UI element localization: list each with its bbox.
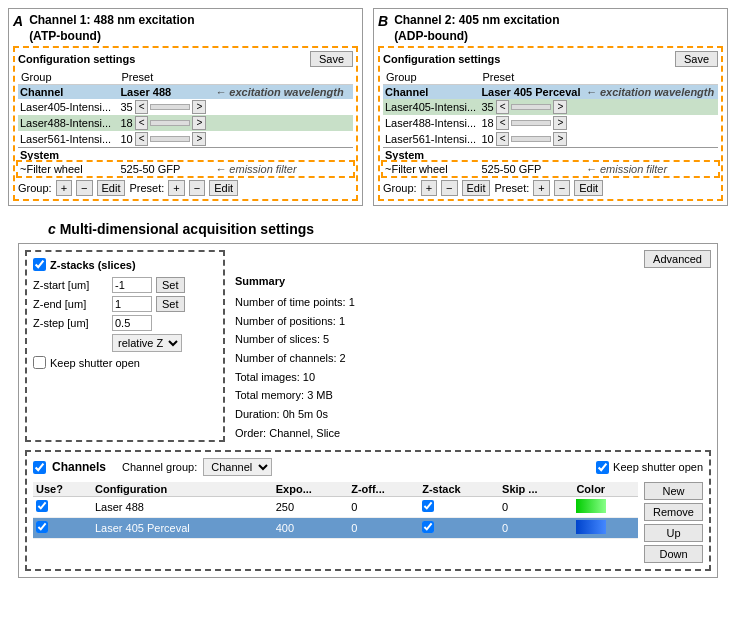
panel-b-slider2-right[interactable]: > (553, 116, 567, 130)
panel-a-save-button[interactable]: Save (310, 51, 353, 67)
panel-a-slider3-right[interactable]: > (192, 132, 206, 146)
panel-b-slider3-right[interactable]: > (553, 132, 567, 146)
panel-b-track3 (511, 136, 551, 142)
panel-b-row2-group: Laser488-Intensi... (383, 115, 479, 131)
panel-b-filter-wheel-value: 525-50 GFP (479, 162, 583, 176)
remove-channel-button[interactable]: Remove (644, 503, 703, 521)
panel-a-slider1-right[interactable]: > (192, 100, 206, 114)
panel-b: B Channel 2: 405 nm excitation (ADP-boun… (373, 8, 728, 206)
ch-col-expo: Expo... (273, 482, 348, 497)
panel-a-slider3-left[interactable]: < (135, 132, 149, 146)
zend-input[interactable] (112, 296, 152, 312)
panel-a-group-plus[interactable]: + (56, 180, 72, 196)
panel-a-row1-preset: 35 < > (118, 99, 213, 115)
channels-checkbox[interactable] (33, 461, 46, 474)
panel-a-title: Channel 1: 488 nm excitation (29, 13, 194, 29)
zstep-input[interactable] (112, 315, 152, 331)
zstacks-title-text: Z-stacks (slices) (50, 259, 136, 271)
zstart-input[interactable] (112, 277, 152, 293)
panel-b-group-minus[interactable]: − (441, 180, 457, 196)
panel-b-save-button[interactable]: Save (675, 51, 718, 67)
panel-a-preset-col: Preset (118, 70, 213, 85)
summary-box: Summary Number of time points: 1 Number … (235, 272, 711, 442)
table-row: Laser488-Intensi... 18 < > (383, 115, 718, 131)
panel-a-group-edit[interactable]: Edit (97, 180, 126, 196)
channels-content-row: Use? Configuration Expo... Z-off... Z-st… (33, 482, 703, 563)
panel-b-title: Channel 2: 405 nm excitation (394, 13, 559, 29)
panel-b-group-edit[interactable]: Edit (462, 180, 491, 196)
panel-b-letter: B (378, 13, 388, 29)
zend-set-button[interactable]: Set (156, 296, 185, 312)
panel-b-slider1-right[interactable]: > (553, 100, 567, 114)
up-channel-button[interactable]: Up (644, 524, 703, 542)
table-row: Laser561-Intensi... 10 < > (383, 131, 718, 148)
panel-a-slider1: 35 < > (120, 100, 211, 114)
panel-b-preset-minus[interactable]: − (554, 180, 570, 196)
panel-b-slider3-left[interactable]: < (496, 132, 510, 146)
panel-a-subtitle: (ATP-bound) (29, 29, 194, 45)
summary-line-2: Number of positions: 1 (235, 312, 711, 331)
relative-z-select[interactable]: relative Z (112, 334, 182, 352)
panel-b-preset-col: Preset (479, 70, 583, 85)
channel-side-buttons: New Remove Up Down (644, 482, 703, 563)
table-row: Laser561-Intensi... 10 < > (18, 131, 353, 148)
panel-a-preset-plus[interactable]: + (168, 180, 184, 196)
channels-table: Use? Configuration Expo... Z-off... Z-st… (33, 482, 638, 539)
panel-b-slider2: 18 < > (481, 116, 581, 130)
panel-a-group-minus[interactable]: − (76, 180, 92, 196)
advanced-button[interactable]: Advanced (644, 250, 711, 268)
panel-b-preset-edit[interactable]: Edit (574, 180, 603, 196)
new-channel-button[interactable]: New (644, 482, 703, 500)
zend-label: Z-end [um] (33, 298, 108, 310)
zstacks-box: Z-stacks (slices) Z-start [um] Set Z-end… (25, 250, 225, 442)
channels-box: Channels Channel group: Channel Keep shu… (25, 450, 711, 571)
panel-a-filter-wheel-value: 525-50 GFP (118, 162, 213, 176)
panel-b-slider2-left[interactable]: < (496, 116, 510, 130)
summary-line-7: Duration: 0h 5m 0s (235, 405, 711, 424)
panel-a-slider3: 10 < > (120, 132, 211, 146)
panel-b-slider1-left[interactable]: < (496, 100, 510, 114)
panel-a-preset-label: Preset: (129, 182, 164, 194)
panel-a-slider1-left[interactable]: < (135, 100, 149, 114)
channel-group-select[interactable]: Channel (203, 458, 272, 476)
ch2-zoff: 0 (348, 518, 419, 539)
zstacks-checkbox[interactable] (33, 258, 46, 271)
zstacks-title: Z-stacks (slices) (33, 258, 217, 271)
panel-b-preset-plus[interactable]: + (533, 180, 549, 196)
summary-line-1: Number of time points: 1 (235, 293, 711, 312)
main-container: A Channel 1: 488 nm excitation (ATP-boun… (8, 8, 728, 578)
section-c-header: c Multi-dimensional acquisition settings (8, 221, 728, 237)
channels-title-row: Channels Channel group: Channel Keep shu… (33, 458, 703, 476)
panel-b-row3-group: Laser561-Intensi... (383, 131, 479, 148)
summary-title: Summary (235, 272, 711, 291)
table-row: Laser488-Intensi... 18 < > (18, 115, 353, 131)
panel-b-track1 (511, 104, 551, 110)
zstart-row: Z-start [um] Set (33, 277, 217, 293)
zstart-set-button[interactable]: Set (156, 277, 185, 293)
down-channel-button[interactable]: Down (644, 545, 703, 563)
panel-b-row1-group: Laser405-Intensi... (383, 99, 479, 115)
panel-b-config-title: Configuration settings (383, 53, 500, 65)
ch2-zstack-checkbox[interactable] (422, 521, 434, 533)
panel-b-group-plus[interactable]: + (421, 180, 437, 196)
zstacks-keep-shutter-checkbox[interactable] (33, 356, 46, 369)
panel-a-preset-edit[interactable]: Edit (209, 180, 238, 196)
panel-a-slider2-right[interactable]: > (192, 116, 206, 130)
panel-a-preset-minus[interactable]: − (189, 180, 205, 196)
panel-b-filter-wheel-label: ~Filter wheel (383, 162, 479, 176)
summary-line-3: Number of slices: 5 (235, 330, 711, 349)
panel-a-config-header: Configuration settings Save (18, 51, 353, 67)
panel-a-row0-group: Channel (18, 85, 118, 100)
zstep-row: Z-step [um] (33, 315, 217, 331)
channels-keep-shutter-checkbox[interactable] (596, 461, 609, 474)
table-row: System (383, 148, 718, 163)
panel-a-config-box: Configuration settings Save Group Preset (13, 46, 358, 201)
panel-a-slider2-left[interactable]: < (135, 116, 149, 130)
ch1-zstack-checkbox[interactable] (422, 500, 434, 512)
panel-a-filter-wheel-label: ~Filter wheel (18, 162, 118, 176)
top-row: A Channel 1: 488 nm excitation (ATP-boun… (8, 8, 728, 206)
panel-a-track3 (150, 136, 190, 142)
table-row: Channel Laser 405 Perceval ← excitation … (383, 85, 718, 100)
ch2-use-checkbox[interactable] (36, 521, 48, 533)
ch1-use-checkbox[interactable] (36, 500, 48, 512)
